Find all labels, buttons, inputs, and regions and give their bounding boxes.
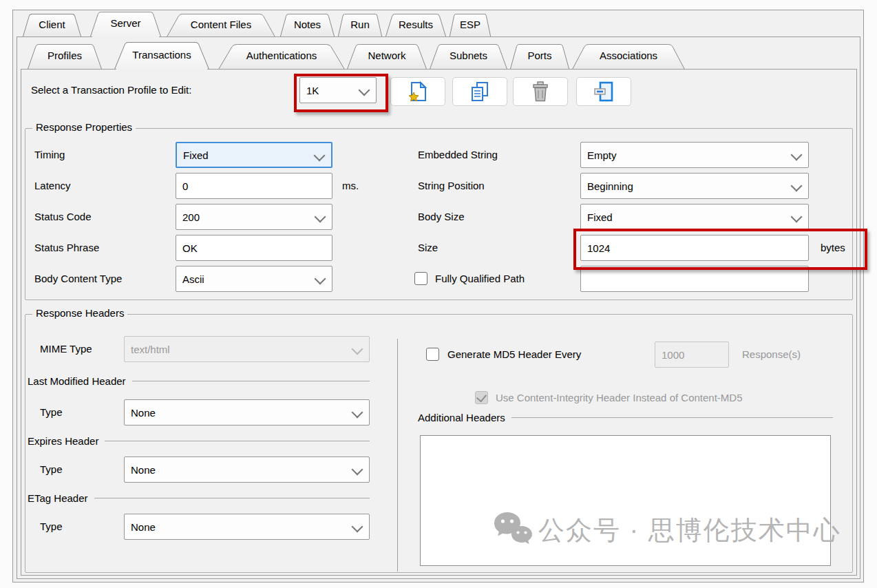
- chevron-down-icon: [315, 273, 326, 285]
- generate-md5-label: Generate MD5 Header Every: [447, 347, 581, 362]
- expires-type-value: None: [131, 464, 156, 476]
- latency-unit: ms.: [342, 173, 359, 199]
- generate-md5-count-value: 1000: [662, 349, 684, 361]
- body-size-value: Fixed: [587, 211, 613, 223]
- body-content-type-value: Ascii: [182, 273, 204, 285]
- tab-notes[interactable]: Notes: [280, 14, 335, 36]
- content-integrity-label: Use Content-Integrity Header Instead of …: [496, 390, 743, 406]
- last-modified-header-title: Last Modified Header: [28, 375, 126, 387]
- chevron-down-icon: [791, 149, 803, 161]
- tab-associations[interactable]: Associations: [572, 44, 685, 69]
- rename-profile-button[interactable]: [576, 77, 631, 106]
- selected-tab-join: [92, 36, 159, 38]
- size-label: Size: [418, 235, 438, 261]
- tab-label: ESP: [450, 14, 491, 36]
- tab-label: Profiles: [28, 44, 102, 69]
- tab-label: Notes: [280, 14, 335, 36]
- response-headers-divider: [397, 339, 398, 571]
- last-modified-type-label: Type: [40, 399, 63, 426]
- tab-label: Client: [23, 14, 81, 36]
- tab-label: Server: [90, 12, 161, 36]
- body-size-select[interactable]: Fixed: [580, 204, 809, 230]
- wechat-icon: [493, 510, 534, 551]
- mime-type-label: MIME Type: [40, 336, 92, 362]
- tab-label: Subnets: [430, 44, 507, 69]
- annotation-box-profile-select: [294, 74, 388, 112]
- chevron-down-icon: [352, 521, 363, 533]
- embedded-string-value: Empty: [587, 149, 617, 161]
- body-size-label: Body Size: [418, 204, 465, 230]
- chevron-down-icon: [352, 407, 363, 419]
- tab-server[interactable]: Server: [90, 12, 161, 36]
- status-phrase-label: Status Phrase: [34, 235, 99, 261]
- tab-results[interactable]: Results: [385, 14, 446, 36]
- expires-type-select[interactable]: None: [124, 456, 370, 483]
- etag-type-select[interactable]: None: [124, 514, 370, 540]
- additional-headers-title: Additional Headers: [418, 412, 505, 423]
- fully-qualified-path-label: Fully Qualified Path: [435, 271, 525, 286]
- fully-qualified-path-checkbox[interactable]: [414, 272, 427, 285]
- tab-transactions[interactable]: Transactions: [114, 42, 209, 69]
- copy-profile-button[interactable]: [452, 77, 507, 106]
- expires-header-title: Expires Header: [28, 435, 98, 447]
- tab-profiles[interactable]: Profiles: [28, 44, 102, 69]
- content-integrity-checkbox: [475, 391, 488, 404]
- embedded-string-select[interactable]: Empty: [580, 142, 809, 168]
- etag-header-section: ETag Header: [28, 491, 370, 505]
- new-profile-button[interactable]: [390, 77, 445, 106]
- tab-run[interactable]: Run: [338, 14, 382, 36]
- delete-profile-button[interactable]: [513, 77, 568, 106]
- tab-label: Transactions: [114, 42, 209, 69]
- chevron-down-icon: [791, 211, 803, 223]
- tab-authentications[interactable]: Authentications: [218, 44, 345, 69]
- body-content-type-label: Body Content Type: [34, 266, 122, 292]
- tab-label: Run: [338, 14, 382, 36]
- last-modified-type-select[interactable]: None: [124, 399, 370, 426]
- additional-headers-textarea[interactable]: [420, 435, 831, 566]
- latency-input[interactable]: 0: [176, 173, 332, 199]
- string-position-select[interactable]: Beginning: [580, 173, 809, 199]
- tab-esp[interactable]: ESP: [450, 14, 491, 36]
- etag-type-label: Type: [40, 514, 63, 540]
- last-modified-type-value: None: [131, 407, 156, 419]
- status-code-select[interactable]: 200: [176, 204, 332, 230]
- tab-network[interactable]: Network: [347, 44, 427, 69]
- tab-subnets[interactable]: Subnets: [430, 44, 507, 69]
- etag-header-title: ETag Header: [28, 492, 88, 504]
- selected-tab-join: [116, 68, 207, 70]
- generate-md5-count-input: 1000: [655, 342, 729, 368]
- embedded-string-label: Embedded String: [418, 142, 498, 168]
- chevron-down-icon: [352, 344, 363, 355]
- mime-type-select: text/html: [124, 336, 370, 362]
- tab-label: Ports: [510, 44, 569, 69]
- timing-label: Timing: [34, 142, 65, 168]
- mime-type-value: text/html: [131, 344, 170, 355]
- rename-icon: [593, 81, 614, 102]
- chevron-down-icon: [314, 150, 326, 162]
- response-properties-title: Response Properties: [32, 121, 136, 133]
- status-phrase-input[interactable]: OK: [176, 235, 332, 261]
- chevron-down-icon: [315, 211, 326, 223]
- generate-md5-suffix: Response(s): [742, 347, 801, 362]
- status-phrase-value: OK: [182, 242, 198, 254]
- tab-content-files[interactable]: Content Files: [167, 14, 275, 36]
- expires-header-section: Expires Header: [28, 434, 370, 448]
- last-modified-header-section: Last Modified Header: [28, 374, 370, 388]
- latency-value: 0: [182, 180, 188, 192]
- body-content-type-select[interactable]: Ascii: [176, 266, 332, 292]
- chevron-down-icon: [791, 180, 803, 192]
- chevron-down-icon: [352, 464, 363, 476]
- tab-label: Results: [385, 14, 446, 36]
- profile-selector-label: Select a Transaction Profile to Edit:: [31, 77, 191, 103]
- trash-icon: [531, 81, 550, 102]
- tab-ports[interactable]: Ports: [510, 44, 569, 69]
- generate-md5-checkbox[interactable]: [426, 348, 439, 361]
- tab-label: Content Files: [167, 14, 275, 36]
- timing-select[interactable]: Fixed: [176, 142, 332, 168]
- tab-client[interactable]: Client: [23, 14, 81, 36]
- tab-label: Network: [347, 44, 427, 69]
- status-code-value: 200: [182, 211, 200, 223]
- timing-value: Fixed: [183, 149, 209, 161]
- annotation-box-size: [573, 229, 867, 270]
- string-position-label: String Position: [418, 173, 485, 199]
